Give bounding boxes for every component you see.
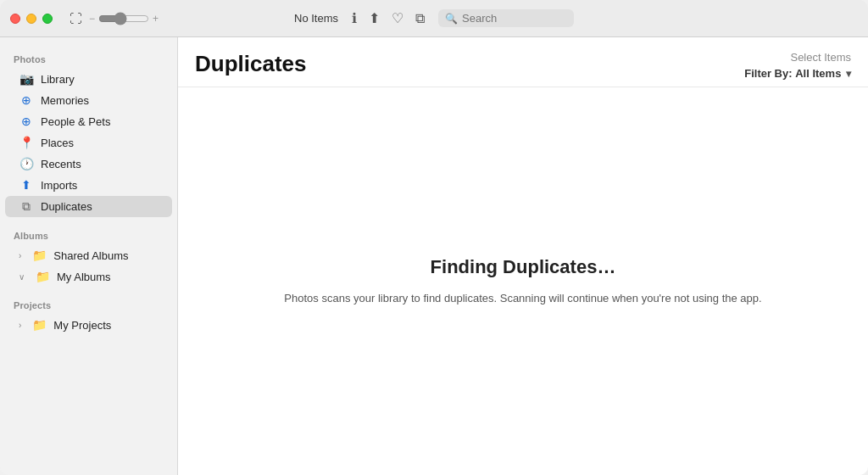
search-box[interactable]: 🔍	[438, 9, 574, 27]
duplicates-icon: ⧉	[19, 199, 34, 214]
search-input[interactable]	[462, 12, 564, 25]
sidebar-item-label-my-albums: My Albums	[57, 271, 111, 283]
sidebar-item-my-albums[interactable]: ∨ 📁 My Albums	[5, 266, 172, 287]
recents-icon: 🕐	[19, 157, 34, 170]
finding-duplicates-title: Finding Duplicates…	[431, 256, 616, 278]
share-icon[interactable]: ⬆	[369, 10, 380, 26]
people-pets-icon: ⊕	[19, 115, 34, 128]
content-header: Duplicates Select Items Filter By: All I…	[178, 37, 868, 87]
sidebar-item-label-recents: Recents	[41, 158, 81, 170]
sidebar-item-label-places: Places	[41, 137, 74, 149]
close-button[interactable]	[10, 14, 20, 24]
filter-dropdown-icon[interactable]: ▾	[846, 68, 851, 80]
traffic-lights	[10, 14, 53, 24]
content-area: Duplicates Select Items Filter By: All I…	[178, 37, 868, 475]
my-projects-folder-icon: 📁	[31, 318, 47, 332]
sidebar-item-label-memories: Memories	[41, 94, 89, 107]
memories-icon: ⊕	[19, 93, 34, 107]
projects-section-label: Projects	[0, 293, 177, 314]
sidebar-item-library[interactable]: 📷 Library	[5, 69, 172, 89]
select-items-button[interactable]: Select Items	[790, 51, 851, 64]
title-bar: ⛶ − + No Items ℹ ⬆ ♡ ⧉ 🔍	[0, 0, 868, 37]
sidebar-item-label-duplicates: Duplicates	[41, 200, 92, 213]
zoom-out-icon[interactable]: −	[89, 13, 95, 25]
expand-icon-shared-albums: ›	[19, 251, 21, 260]
maximize-button[interactable]	[42, 14, 53, 24]
title-bar-center: No Items ℹ ⬆ ♡ ⧉ 🔍	[294, 9, 574, 27]
filter-value[interactable]: All Items	[795, 67, 841, 80]
expand-icon-my-projects: ›	[19, 321, 21, 330]
finding-duplicates-desc: Photos scans your library to find duplic…	[284, 290, 761, 307]
search-icon: 🔍	[445, 13, 458, 25]
filter-label: Filter By:	[744, 67, 792, 80]
shared-albums-folder-icon: 📁	[31, 249, 47, 262]
library-icon: 📷	[19, 72, 34, 86]
zoom-in-icon[interactable]: +	[153, 13, 159, 25]
photos-section-label: Photos	[0, 48, 177, 68]
sidebar-item-duplicates[interactable]: ⧉ Duplicates	[5, 196, 172, 217]
aspect-ratio-icon[interactable]: ⛶	[70, 11, 82, 25]
expand-icon-my-albums: ∨	[19, 272, 25, 282]
sidebar-item-label-imports: Imports	[41, 179, 77, 192]
sidebar-item-label-shared-albums: Shared Albums	[53, 249, 128, 262]
zoom-slider[interactable]	[98, 12, 149, 25]
no-items-label: No Items	[294, 12, 338, 25]
sidebar-item-places[interactable]: 📍 Places	[5, 132, 172, 153]
imports-icon: ⬆	[19, 178, 34, 192]
sidebar-item-label-library: Library	[41, 73, 75, 86]
minimize-button[interactable]	[26, 14, 36, 24]
places-icon: 📍	[19, 136, 34, 149]
zoom-controls: ⛶ − +	[70, 11, 159, 25]
sidebar-item-shared-albums[interactable]: › 📁 Shared Albums	[5, 245, 172, 265]
add-to-album-icon[interactable]: ⧉	[415, 11, 425, 26]
my-albums-folder-icon: 📁	[35, 270, 50, 283]
header-actions: Select Items Filter By: All Items ▾	[744, 51, 851, 80]
sidebar-item-people-pets[interactable]: ⊕ People & Pets	[5, 111, 172, 131]
sidebar: Photos 📷 Library ⊕ Memories ⊕ People & P…	[0, 37, 178, 475]
title-bar-icons: ℹ ⬆ ♡ ⧉	[352, 10, 425, 26]
zoom-control: − +	[89, 12, 159, 25]
info-icon[interactable]: ℹ	[352, 10, 357, 26]
sidebar-item-my-projects[interactable]: › 📁 My Projects	[5, 315, 172, 335]
albums-section-label: Albums	[0, 224, 177, 244]
sidebar-item-recents[interactable]: 🕐 Recents	[5, 154, 172, 174]
filter-bar: Filter By: All Items ▾	[744, 67, 851, 80]
sidebar-item-label-my-projects: My Projects	[53, 319, 111, 332]
sidebar-item-memories[interactable]: ⊕ Memories	[5, 90, 172, 110]
sidebar-item-imports[interactable]: ⬆ Imports	[5, 175, 172, 195]
page-title: Duplicates	[195, 51, 307, 77]
sidebar-item-label-people-pets: People & Pets	[41, 115, 110, 128]
app-body: Photos 📷 Library ⊕ Memories ⊕ People & P…	[0, 37, 868, 475]
heart-icon[interactable]: ♡	[392, 10, 403, 26]
content-main: Finding Duplicates… Photos scans your li…	[178, 87, 868, 475]
